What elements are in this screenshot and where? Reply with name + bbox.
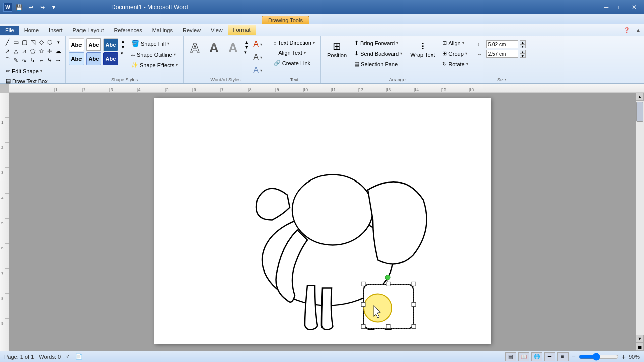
width-up-button[interactable]: ▲ [520,50,526,54]
menu-view[interactable]: View [206,26,228,35]
shape-cross-icon[interactable]: ✛ [46,47,54,55]
shape-connector-icon[interactable]: ⤷ [46,56,54,64]
help-button[interactable]: ❓ [621,26,633,34]
scroll-up-button[interactable]: ▲ [636,93,644,101]
shape-rtri-icon[interactable]: ⊿ [20,47,28,55]
width-down-button[interactable]: ▼ [520,54,526,58]
text-direction-button[interactable]: ↕ Text Direction ▾ [271,38,317,47]
create-link-button[interactable]: 🔗 Create Link [271,58,317,68]
drawing-tools-tab[interactable]: Drawing Tools [262,16,309,24]
shape-diamond-icon[interactable]: ◇ [37,38,45,46]
align-text-button[interactable]: ≡ Align Text ▾ [271,48,317,57]
shape-fill-button[interactable]: 🪣 Shape Fill ▾ [129,38,180,49]
style-scroll-up[interactable]: ▲ [120,38,126,44]
style-swatch-2[interactable]: Abc [86,38,101,51]
style-swatch-6[interactable]: Abc [103,52,118,65]
shape-effects-dropdown[interactable]: ▾ [176,63,178,67]
style-swatch-4[interactable]: Abc [69,52,84,65]
shape-rect-icon[interactable]: ▭ [12,38,20,46]
shape-cylinder-icon[interactable]: ⬡ [46,38,54,46]
shape-line-icon[interactable]: ╱ [3,38,11,46]
menu-page-layout[interactable]: Page Layout [68,26,109,35]
wordart-style-3[interactable]: A [225,38,243,56]
wordart-scroll-up[interactable]: ▲ [244,40,249,45]
edit-shape-dropdown-icon[interactable]: ▾ [40,69,42,73]
group-button[interactable]: ⊞ Group ▾ [440,49,470,58]
selection-pane-button[interactable]: ▤ Selection Pane [352,59,405,69]
style-expand[interactable]: ▾ [120,50,126,56]
wordart-style-1[interactable]: A [187,38,205,56]
edit-shape-button[interactable]: ✏ Edit Shape ▾ [3,66,62,76]
corner-scroll-button[interactable]: ◼ [636,343,644,351]
shape-effects-button[interactable]: ✨ Shape Effects ▾ [129,60,180,70]
text-outline-dropdown[interactable]: ▾ [260,55,262,60]
shape-triangle-icon[interactable]: △ [12,47,20,55]
shape-arrow-icon[interactable]: ↗ [3,47,11,55]
ribbon-minimize-button[interactable]: ▲ [633,26,644,34]
zoom-slider[interactable] [579,354,619,359]
menu-mailings[interactable]: Mailings [147,26,178,35]
redo-qa-button[interactable]: ↪ [37,3,47,12]
style-swatch-1[interactable]: Abc [69,38,84,51]
proofing-icon[interactable]: ✓ [66,353,70,360]
shape-bend-icon[interactable]: ↳ [29,56,37,64]
wordart-style-2[interactable]: A [206,38,224,56]
text-fill-button[interactable]: A ▾ [251,38,265,50]
web-layout-button[interactable]: 🌐 [531,352,542,361]
text-fill-dropdown[interactable]: ▾ [260,42,262,47]
text-effects-dropdown[interactable]: ▾ [260,68,262,73]
wordart-scroll-down[interactable]: ▼ [244,45,249,50]
zoom-in-button[interactable]: + [621,353,627,361]
shape-more-icon[interactable]: ▾ [54,38,62,46]
shape-elbow-icon[interactable]: ⌐ [37,56,45,64]
shape-curve-icon[interactable]: ⌒ [3,56,11,64]
group-dropdown[interactable]: ▾ [465,51,467,56]
save-qa-button[interactable]: 💾 [14,3,24,12]
wordart-expand[interactable]: ▾ [244,50,249,55]
shape-pentagon-icon[interactable]: ⬠ [29,47,37,55]
menu-file[interactable]: File [0,26,19,35]
document-icon[interactable]: 📄 [75,353,83,360]
shape-outline-button[interactable]: ▱ Shape Outline ▾ [129,50,180,59]
menu-review[interactable]: Review [178,26,206,35]
send-backward-dropdown[interactable]: ▾ [400,51,403,56]
text-outline-button[interactable]: A ▾ [251,51,265,63]
text-direction-dropdown[interactable]: ▾ [313,41,315,45]
shape-snip-icon[interactable]: ◹ [29,38,37,46]
style-scroll-down[interactable]: ▼ [120,44,126,50]
shape-cloud-icon[interactable]: ☁ [54,47,62,55]
menu-format[interactable]: Format [228,25,256,35]
shape-fill-dropdown[interactable]: ▾ [167,41,169,46]
shape-dbl-arrow-icon[interactable]: ↔ [54,56,62,64]
scroll-down-button[interactable]: ▼ [636,335,644,343]
draft-button[interactable]: ≡ [557,352,569,361]
align-dropdown[interactable]: ▾ [462,41,464,45]
zoom-out-button[interactable]: − [571,353,577,361]
menu-references[interactable]: References [109,26,147,35]
style-swatch-3[interactable]: Abc [103,38,118,51]
style-swatch-5[interactable]: Abc [86,52,101,65]
width-input[interactable] [486,50,518,58]
bring-forward-button[interactable]: ⬆ Bring Forward ▾ [352,38,405,48]
rotate-button[interactable]: ↻ Rotate ▾ [440,59,470,69]
shape-star-icon[interactable]: ☆ [37,47,45,55]
align-button[interactable]: ⊡ Align ▾ [440,38,470,48]
height-up-button[interactable]: ▲ [520,40,526,44]
customize-qa-button[interactable]: ▼ [49,3,59,12]
shape-outline-dropdown[interactable]: ▾ [174,52,176,57]
undo-qa-button[interactable]: ↩ [26,3,36,12]
height-input[interactable] [486,40,518,48]
menu-insert[interactable]: Insert [44,26,68,35]
print-layout-button[interactable]: ▤ [505,352,516,361]
minimize-button[interactable]: ─ [600,3,613,12]
wrap-text-button[interactable]: ⫶ Wrap Text [407,38,438,60]
restore-button[interactable]: □ [614,3,627,12]
position-button[interactable]: ⊞ Position [324,38,350,60]
align-text-dropdown[interactable]: ▾ [304,51,306,55]
rotate-dropdown[interactable]: ▾ [466,62,468,66]
shape-freeform-icon[interactable]: ✎ [12,56,20,64]
text-effects-button[interactable]: A ▾ [251,64,265,76]
height-down-button[interactable]: ▼ [520,44,526,48]
shape-rounded-rect-icon[interactable]: ▢ [20,38,28,46]
scroll-track[interactable] [636,101,644,335]
